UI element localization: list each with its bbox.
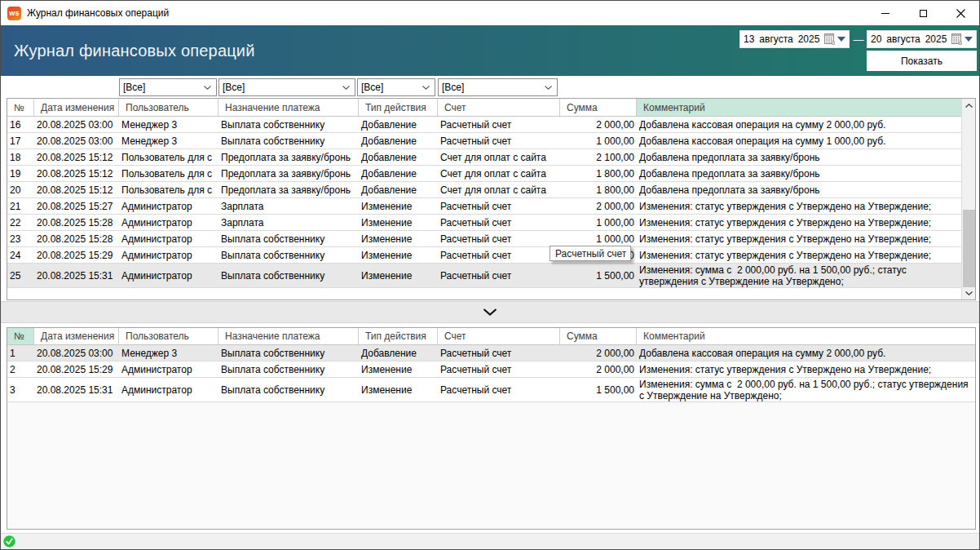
column-header-account[interactable]: Счет — [438, 99, 560, 116]
table-cell: 1 000,00 — [560, 215, 637, 230]
splitter-bar[interactable] — [1, 301, 979, 323]
table-cell: Предоплата за заявку/бронь — [219, 149, 359, 165]
table-cell: 20.08.2025 15:28 — [34, 215, 119, 230]
table-row[interactable]: 1920.08.2025 15:12Пользователь для сПред… — [7, 166, 975, 182]
table-cell: Изменения: сумма с 2 000,00 руб. на 1 50… — [637, 378, 975, 401]
column-header-number[interactable]: № — [7, 328, 34, 344]
column-header-action[interactable]: Тип действия — [359, 99, 438, 116]
table-row[interactable]: 2220.08.2025 15:28АдминистраторЗарплатаИ… — [7, 215, 975, 231]
scroll-down-button[interactable] — [962, 286, 975, 299]
date-to-input[interactable]: 20 августа 2025 — [867, 30, 977, 48]
column-header-date[interactable]: Дата изменения — [34, 328, 119, 344]
table-cell: Расчетный счет — [438, 231, 560, 246]
page-title: Журнал финансовых операций — [14, 42, 255, 60]
table-cell: 24 — [7, 247, 34, 263]
column-header-user[interactable]: Пользователь — [119, 328, 219, 344]
collapse-chevron-icon[interactable] — [483, 308, 497, 316]
column-header-action[interactable]: Тип действия — [359, 328, 438, 344]
chevron-down-icon — [342, 86, 350, 90]
column-header-user[interactable]: Пользователь — [119, 99, 219, 116]
column-header-number[interactable]: № — [7, 99, 34, 116]
filter-user-combobox[interactable]: [Все] — [119, 78, 217, 96]
table-cell: Менеджер 3 — [119, 117, 219, 132]
table-cell: 20 — [7, 182, 34, 197]
table-cell: 20.08.2025 03:00 — [34, 345, 119, 361]
table-row[interactable]: 2520.08.2025 15:31АдминистраторВыплата с… — [7, 264, 975, 288]
vertical-scrollbar[interactable] — [961, 99, 975, 299]
table-cell: Менеджер 3 — [119, 345, 219, 361]
column-header-purpose[interactable]: Назначение платежа — [219, 328, 359, 344]
table-cell: Выплата собственнику — [219, 378, 359, 401]
table-row[interactable]: 2120.08.2025 15:27АдминистраторЗарплатаИ… — [7, 198, 975, 215]
date-dropdown-icon[interactable] — [965, 37, 973, 42]
app-window: ws Журнал финансовых операций Журнал фин… — [0, 0, 980, 550]
table-row[interactable]: 1620.08.2025 03:00Менеджер 3Выплата собс… — [7, 117, 975, 133]
table-cell: Изменения: статус утверждения с Утвержде… — [637, 361, 975, 377]
page-header: Журнал финансовых операций 13 августа 20… — [1, 25, 979, 76]
table-cell: Добавлена кассовая операция на сумму 1 0… — [637, 133, 961, 149]
date-to-year[interactable]: 2025 — [925, 33, 947, 45]
calendar-icon[interactable] — [951, 33, 962, 45]
table-cell: 19 — [7, 166, 34, 181]
table-cell: 2 000,00 — [560, 345, 637, 361]
chevron-up-icon — [965, 104, 973, 108]
date-from-input[interactable]: 13 августа 2025 — [739, 30, 850, 48]
close-icon — [956, 9, 965, 18]
calendar-icon[interactable] — [824, 33, 835, 45]
table-cell: Изменение — [359, 361, 438, 377]
table-cell: 20.08.2025 15:12 — [34, 182, 119, 197]
date-from-day[interactable]: 13 — [744, 33, 754, 45]
table-cell: 20.08.2025 15:28 — [34, 231, 119, 246]
date-from-year[interactable]: 2025 — [798, 33, 820, 45]
maximize-button[interactable] — [904, 1, 942, 25]
filter-purpose-combobox[interactable]: [Все] — [219, 78, 355, 96]
table-cell: 17 — [7, 133, 34, 149]
table-cell: Расчетный счет — [438, 198, 560, 214]
table-row[interactable]: 1720.08.2025 03:00Менеджер 3Выплата собс… — [7, 133, 975, 149]
column-header-purpose[interactable]: Назначение платежа — [219, 99, 359, 116]
table-row[interactable]: 1820.08.2025 15:12Пользователь для сПред… — [7, 149, 975, 166]
table-row[interactable]: 2320.08.2025 15:28АдминистраторВыплата с… — [7, 231, 975, 247]
date-range-dash: — — [851, 30, 866, 48]
minimize-button[interactable] — [867, 1, 904, 25]
filter-value: [Все] — [361, 82, 383, 93]
column-header-account[interactable]: Счет — [438, 328, 560, 344]
table-cell: Зарплата — [219, 215, 359, 230]
table-row[interactable]: 320.08.2025 15:31АдминистраторВыплата со… — [7, 378, 975, 402]
filter-account-combobox[interactable]: [Все] — [438, 78, 558, 96]
filter-action-combobox[interactable]: [Все] — [357, 78, 435, 96]
table-row[interactable]: 220.08.2025 15:29АдминистраторВыплата со… — [7, 361, 975, 378]
table-cell: Изменение — [359, 264, 438, 287]
date-dropdown-icon[interactable] — [837, 37, 845, 42]
table-row[interactable]: 2020.08.2025 15:12Пользователь для сПред… — [7, 182, 975, 198]
table-cell: 20.08.2025 15:31 — [34, 378, 119, 401]
table-cell: 18 — [7, 149, 34, 165]
show-button[interactable]: Показать — [867, 51, 977, 71]
table-cell: Администратор — [119, 198, 219, 214]
scroll-up-button[interactable] — [962, 99, 975, 112]
table-cell: Выплата собственнику — [219, 361, 359, 377]
scrollbar-thumb[interactable] — [963, 210, 975, 287]
close-button[interactable] — [942, 1, 979, 25]
table-cell: 20.08.2025 03:00 — [34, 133, 119, 149]
table-cell: Расчетный счет — [438, 215, 560, 230]
date-from-month[interactable]: августа — [759, 33, 792, 45]
table-cell: Изменения: статус утверждения с Утвержде… — [637, 247, 961, 263]
title-bar: ws Журнал финансовых операций — [1, 1, 979, 25]
table-cell: Выплата собственнику — [219, 133, 359, 149]
table-row[interactable]: 120.08.2025 03:00Менеджер 3Выплата собст… — [7, 345, 975, 361]
column-header-date[interactable]: Дата изменения — [34, 99, 119, 116]
column-header-comment[interactable]: Комментарий — [637, 328, 975, 344]
chevron-down-icon — [204, 86, 211, 90]
table-row[interactable]: 2420.08.2025 15:29АдминистраторВыплата с… — [7, 247, 975, 264]
chevron-down-icon — [965, 291, 973, 295]
column-header-comment[interactable]: Комментарий — [637, 99, 961, 116]
table-cell: Администратор — [119, 378, 219, 401]
date-to-day[interactable]: 20 — [871, 33, 881, 45]
table-cell: 1 000,00 — [560, 231, 637, 246]
column-header-sum[interactable]: Сумма — [560, 328, 637, 344]
column-header-sum[interactable]: Сумма — [560, 99, 637, 116]
table-cell: Счет для оплат с сайта — [438, 182, 560, 197]
table-cell: Расчетный счет — [438, 264, 560, 287]
date-to-month[interactable]: августа — [886, 33, 920, 45]
